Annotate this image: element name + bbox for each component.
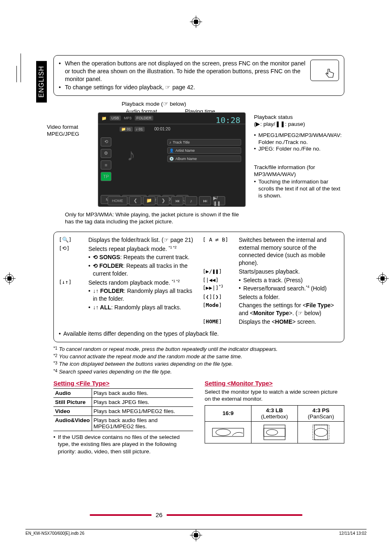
device-screenshot-icon: 📁 USB MP3 FOLDER 📁 01 ♪ 01 00:01:20 10:2…: [98, 112, 246, 207]
play-pause-icon: [▶/❚❚]: [203, 268, 236, 276]
svg-rect-19: [264, 428, 285, 436]
home-button-desc: Displays the <HOME> screen.: [239, 318, 339, 326]
play-pause-desc: Starts/pauses playback.: [239, 268, 339, 276]
registration-mark-top-icon: [190, 16, 202, 28]
jacket-picture-note: Only for MP3/WMA: While playing, the jac…: [65, 211, 242, 225]
footnotes: *1To cancel random or repeat mode, press…: [53, 346, 344, 376]
aspect-43lb-icon: [252, 423, 297, 441]
repeat-songs: ⟲ SONGS: Repeats the current track.: [88, 253, 195, 261]
registration-mark-right-icon: [376, 272, 389, 285]
callout-track-info: Track/file information (for MP3/WMA/WAV)…: [254, 164, 344, 200]
available-items-note: Available items differ depending on the …: [59, 330, 339, 338]
page-number: 26: [90, 511, 302, 518]
repeat-folder: ⟲ FOLDER: Repeats all tracks in the curr…: [88, 262, 195, 278]
repeat-desc: Selects repeat playback mode. *1 *2: [88, 245, 195, 253]
folder-nav-desc: Selects a folder.: [239, 293, 339, 301]
random-icon: [↓↑]: [59, 278, 86, 287]
search-list-desc: Displays the folder/track list. (☞ page …: [88, 236, 195, 244]
svg-point-17: [216, 429, 231, 436]
touch-illustration-icon: [310, 60, 339, 81]
language-tab: ENGLISH: [36, 61, 47, 102]
clock-display: 10:28: [216, 115, 240, 125]
callout-folder-track-info: •MPEG1/MPEG2/MP3/WMA/WAV: Folder no./Tra…: [254, 132, 343, 153]
ab-switch-desc: Switches between the internal and extern…: [239, 236, 339, 267]
random-all: ↓↑ ALL: Randomly plays all tracks.: [88, 304, 195, 311]
svg-rect-3: [194, 20, 198, 24]
svg-rect-21: [313, 425, 329, 440]
random-desc: Selects random playback mode. *1 *2: [88, 278, 195, 287]
top-notes-box: When the operation buttons are not displ…: [53, 55, 344, 96]
svg-rect-11: [7, 276, 12, 281]
svg-point-20: [266, 429, 278, 435]
ab-switch-icon: [ A ⇄ B]: [203, 236, 236, 267]
callout-video-format: Video formatMPEG/JPEG: [47, 124, 79, 138]
top-note-1: When the operation buttons are not displ…: [65, 60, 306, 84]
prev-next-icon: [|◀◀][▶▶|]*3: [203, 276, 236, 292]
monitor-type-table: 16:9 4:3 LB(Letterbox) 4:3 PS(PanScan): [205, 405, 344, 443]
top-note-2: To change settings for video playback, ☞…: [65, 84, 195, 91]
playback-screen-diagram: Playback mode (☞ below) Audio format Pla…: [53, 100, 344, 232]
callout-playback-status: Playback status(▶: play/❚❚: pause): [254, 114, 305, 128]
aspect-169-icon: [206, 423, 250, 441]
svg-rect-15: [380, 276, 385, 281]
registration-mark-left-icon: [3, 272, 16, 285]
aspect-43ps-icon: [299, 423, 343, 441]
search-list-icon: [🔍]: [59, 236, 86, 244]
monitor-type-intro: Select the monitor type to watch a wide …: [205, 388, 344, 403]
svg-rect-18: [264, 425, 285, 440]
print-footer: EN_KW-NSX700/600[E].indb 26 12/11/14 13:…: [25, 529, 367, 536]
random-folder: ↓↑ FOLDER: Randomly plays all tracks in …: [88, 287, 195, 303]
file-type-note: If the USB device contains no files of t…: [53, 434, 193, 455]
controls-description-box: [🔍]Displays the folder/track list. (☞ pa…: [53, 232, 344, 342]
monitor-type-heading: Setting <Monitor Type>: [205, 380, 344, 387]
file-type-table: AudioPlays back audio files. Still Pictu…: [53, 388, 193, 431]
home-button-label: [HOME]: [203, 318, 236, 326]
prev-next-desc: Selects a track. (Press) Reverse/forward…: [239, 276, 339, 292]
mode-button-label: [Mode]: [203, 302, 236, 317]
mode-button-desc: Changes the settings for <File Type> and…: [239, 302, 339, 317]
file-type-heading: Setting <File Type>: [53, 380, 193, 387]
repeat-icon: [⟲]: [59, 245, 86, 253]
svg-rect-22: [314, 425, 327, 440]
callout-playback-mode: Playback mode (☞ below): [122, 101, 186, 108]
folder-nav-icon: [❮][❯]: [203, 293, 236, 301]
svg-point-23: [314, 428, 327, 436]
